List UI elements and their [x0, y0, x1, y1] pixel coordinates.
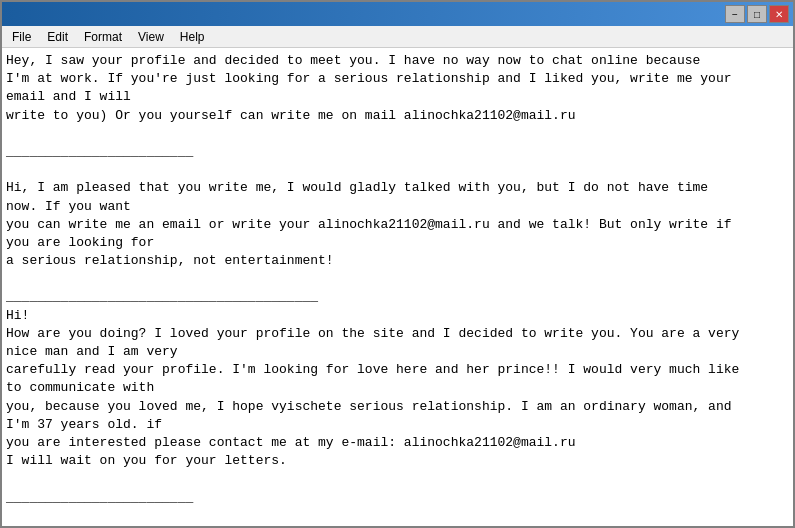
close-button[interactable]: ✕ [769, 5, 789, 23]
content-area [2, 48, 793, 526]
menu-bar: File Edit Format View Help [2, 26, 793, 48]
maximize-button[interactable]: □ [747, 5, 767, 23]
menu-format[interactable]: Format [76, 28, 130, 46]
minimize-button[interactable]: − [725, 5, 745, 23]
text-editor[interactable] [2, 48, 793, 526]
menu-view[interactable]: View [130, 28, 172, 46]
main-window: − □ ✕ File Edit Format View Help [0, 0, 795, 528]
menu-file[interactable]: File [4, 28, 39, 46]
menu-help[interactable]: Help [172, 28, 213, 46]
title-bar: − □ ✕ [2, 2, 793, 26]
window-controls: − □ ✕ [725, 5, 789, 23]
menu-edit[interactable]: Edit [39, 28, 76, 46]
